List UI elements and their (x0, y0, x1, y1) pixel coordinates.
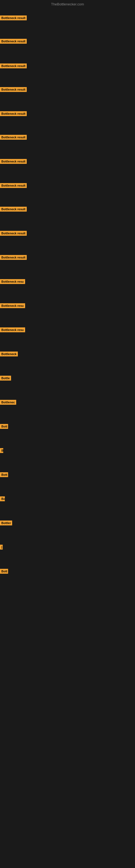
bottleneck-result-label: Bottleneck result (0, 231, 27, 236)
bottleneck-result-label: Bottleneck result (0, 183, 27, 188)
bottleneck-result-label: Bottleneck result (0, 135, 27, 140)
bottleneck-result-label: Bottle (0, 376, 11, 380)
bottleneck-result-label: Bo (0, 496, 5, 501)
bottleneck-result-label: Bottleneck (0, 351, 18, 356)
bottleneck-result-label: B (0, 448, 3, 453)
bottleneck-result-label: Bottleneck resu (0, 303, 25, 308)
bottleneck-result-label: Bottleneck resu (0, 328, 25, 332)
bottleneck-result-label: Bottleneck result (0, 255, 27, 260)
bottleneck-result-label: Bottleneck result (0, 87, 27, 92)
bottleneck-result-label: Bottlenec (0, 400, 16, 405)
bottleneck-result-label: Bottleneck result (0, 159, 27, 164)
bottleneck-result-label: Bottleneck result (0, 16, 27, 20)
bottleneck-result-label: Bottleneck result (0, 39, 27, 44)
bottleneck-result-label: Bott (0, 424, 8, 429)
site-title: TheBottlenecker.com (51, 2, 84, 6)
bottleneck-result-label: Bottler (0, 521, 12, 525)
bottleneck-result-label: Bott (0, 569, 8, 574)
bottleneck-result-label: Bottleneck result (0, 207, 27, 212)
bottleneck-result-label: Bottleneck result (0, 63, 27, 68)
bottleneck-result-label: Bott (0, 472, 8, 477)
bottleneck-result-label: Bottleneck resu (0, 279, 25, 284)
bottleneck-result-label: | (0, 545, 3, 550)
bottleneck-result-label: Bottleneck result (0, 111, 27, 116)
